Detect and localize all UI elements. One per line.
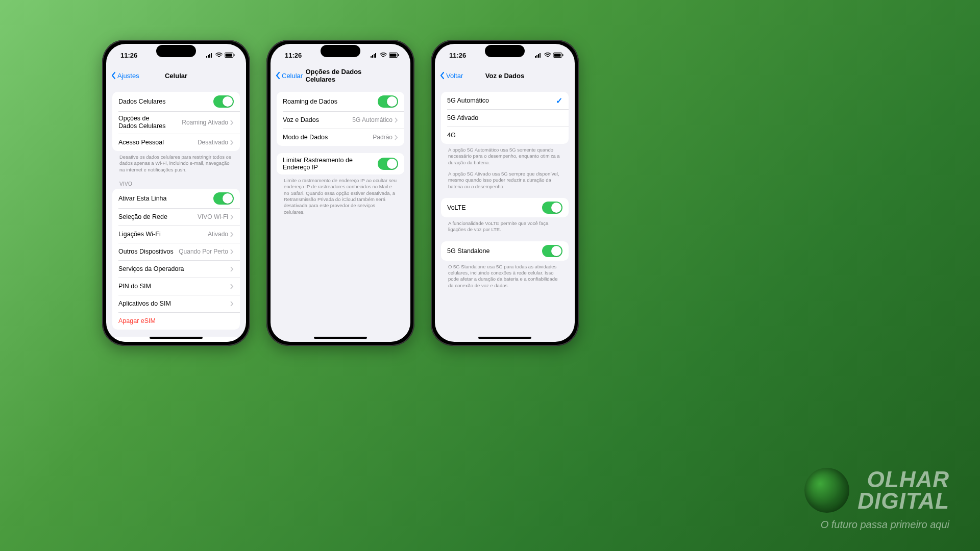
row-volte[interactable]: VoLTE (441, 198, 569, 217)
status-indicators (206, 53, 235, 58)
battery-icon (225, 53, 235, 58)
toggle-on-icon[interactable] (542, 245, 562, 257)
footer-note: Desative os dados celulares para restrin… (112, 151, 240, 174)
value: Quando Por Perto (179, 248, 234, 255)
battery-icon (389, 53, 399, 58)
chevron-left-icon (111, 71, 116, 80)
brand-logo-icon (804, 468, 849, 513)
row-4g[interactable]: 4G (441, 127, 569, 144)
chevron-right-icon (395, 135, 398, 140)
back-button[interactable]: Ajustes (111, 71, 139, 80)
page-title: Celular (165, 72, 187, 80)
home-indicator[interactable] (150, 337, 203, 339)
chevron-right-icon (395, 117, 398, 123)
chevron-right-icon (230, 140, 234, 145)
label: PIN do SIM (118, 283, 230, 290)
row-selecao-rede[interactable]: Seleção de Rede VIVO Wi-Fi (112, 208, 240, 226)
wifi-icon (215, 53, 223, 58)
chevron-right-icon (230, 120, 234, 126)
row-modo-dados[interactable]: Modo de Dados Padrão (277, 129, 404, 146)
brand-name: OLHAR DIGITAL (857, 469, 949, 512)
toggle-on-icon[interactable] (213, 192, 234, 205)
back-button[interactable]: Celular (276, 71, 303, 80)
svg-rect-12 (390, 54, 397, 57)
svg-rect-14 (535, 56, 536, 58)
chevron-right-icon (230, 214, 234, 220)
row-outros-disp[interactable]: Outros Dispositivos Quando Por Perto (112, 243, 240, 260)
page-title: Opções de Dados Celulares (306, 68, 376, 83)
row-opcoes-dados[interactable]: Opções deDados Celulares Roaming Ativado (112, 111, 240, 134)
dynamic-island (321, 45, 360, 57)
value: Desativado (198, 139, 234, 146)
status-time: 11:26 (285, 52, 302, 59)
svg-rect-5 (226, 54, 232, 57)
chevron-right-icon (230, 232, 234, 237)
value: Roaming Ativado (182, 119, 234, 126)
value (230, 266, 234, 272)
value: VIVO Wi-Fi (198, 213, 234, 220)
toggle-on-icon[interactable] (378, 95, 398, 108)
nav-bar: Celular Opções de Dados Celulares (271, 66, 410, 85)
toggle-on-icon[interactable] (378, 158, 398, 170)
svg-rect-9 (374, 54, 375, 58)
toggle-on-icon[interactable] (542, 202, 562, 214)
svg-rect-16 (538, 54, 539, 58)
back-button[interactable]: Voltar (440, 71, 463, 80)
status-indicators (371, 53, 399, 58)
svg-rect-10 (375, 53, 376, 58)
row-ligacoes-wifi[interactable]: Ligações Wi-Fi Ativado (112, 226, 240, 243)
row-5g-ativado[interactable]: 5G Ativado (441, 109, 569, 127)
svg-rect-19 (554, 54, 561, 57)
label: Roaming de Dados (283, 98, 378, 105)
row-acesso-pessoal[interactable]: Acesso Pessoal Desativado (112, 134, 240, 151)
svg-rect-15 (536, 55, 537, 58)
value: Ativado (208, 231, 234, 238)
label: Acesso Pessoal (118, 139, 198, 146)
footer-note: A funcionalidade VoLTE permite que você … (441, 217, 569, 234)
page-title: Voz e Dados (485, 72, 524, 80)
svg-rect-8 (372, 55, 373, 58)
svg-rect-7 (371, 56, 372, 58)
footer-note: O 5G Standalone usa 5G para todas as ati… (441, 261, 569, 290)
row-servicos-operadora[interactable]: Serviços da Operadora (112, 260, 240, 278)
home-indicator[interactable] (314, 337, 367, 339)
label: 5G Standalone (447, 247, 542, 255)
back-label: Ajustes (117, 72, 139, 80)
label: VoLTE (447, 204, 542, 211)
toggle-on-icon[interactable] (213, 95, 234, 108)
footer-note: A opção 5G Ativado usa 5G sempre que dis… (441, 167, 569, 191)
dynamic-island (485, 45, 525, 57)
svg-rect-20 (562, 54, 564, 56)
status-indicators (535, 53, 564, 58)
signal-icon (371, 53, 378, 58)
brand-watermark: OLHAR DIGITAL O futuro passa primeiro aq… (804, 468, 949, 531)
label: Opções deDados Celulares (118, 115, 182, 130)
phone-opcoes-dados: 11:26 Celular Opções de Dados Celulares … (266, 40, 414, 346)
svg-rect-13 (398, 54, 399, 56)
row-limitar-rastreamento[interactable]: Limitar Rastreamento de Endereço IP (277, 153, 404, 174)
svg-rect-1 (208, 55, 209, 58)
svg-rect-3 (211, 53, 212, 58)
chevron-right-icon (230, 266, 234, 272)
label: Ativar Esta Linha (118, 195, 213, 202)
row-ativar-linha[interactable]: Ativar Esta Linha (112, 189, 240, 208)
label: 5G Ativado (447, 114, 562, 121)
svg-rect-17 (540, 53, 541, 58)
svg-rect-6 (234, 54, 235, 56)
chevron-left-icon (440, 71, 445, 80)
row-voz-dados[interactable]: Voz e Dados 5G Automático (277, 111, 404, 129)
row-pin-sim[interactable]: PIN do SIM (112, 278, 240, 295)
row-5g-standalone[interactable]: 5G Standalone (441, 241, 569, 261)
row-5g-automatico[interactable]: 5G Automático ✓ (441, 92, 569, 109)
chevron-left-icon (276, 71, 281, 80)
wifi-icon (544, 53, 551, 58)
phone-celular: 11:26 Ajustes Celular Dados Celulares (102, 40, 250, 346)
value: 5G Automático (352, 116, 398, 123)
row-aplicativos-sim[interactable]: Aplicativos do SIM (112, 295, 240, 312)
row-roaming-dados[interactable]: Roaming de Dados (277, 92, 404, 111)
label: Limitar Rastreamento de Endereço IP (283, 157, 378, 171)
nav-bar: Ajustes Celular (106, 66, 246, 85)
row-apagar-esim[interactable]: Apagar eSIM (112, 312, 240, 330)
row-dados-celulares[interactable]: Dados Celulares (112, 92, 240, 111)
home-indicator[interactable] (478, 337, 531, 339)
